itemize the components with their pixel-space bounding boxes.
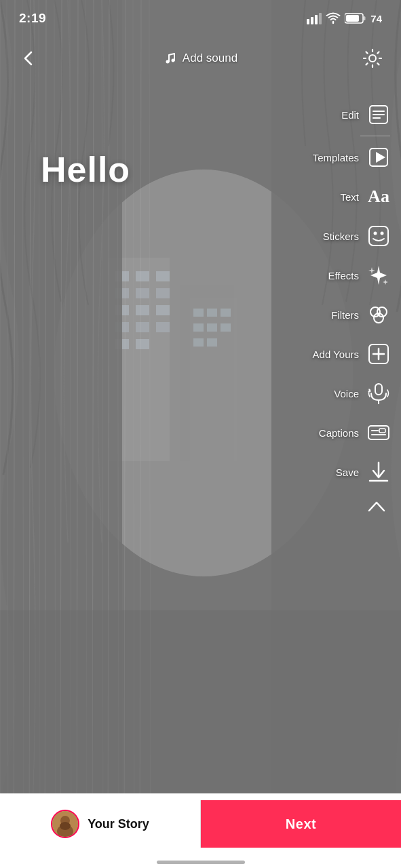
voice-label: Voice [334, 388, 359, 399]
save-download-icon [366, 459, 392, 485]
toolbar-item-text[interactable]: Text Aa [277, 177, 396, 216]
svg-point-66 [374, 232, 377, 235]
settings-gear-icon [362, 48, 383, 68]
toolbar-item-stickers[interactable]: Stickers [277, 216, 396, 256]
templates-icon [366, 144, 392, 170]
svg-point-67 [381, 232, 384, 235]
toolbar-item-save[interactable]: Save [277, 452, 396, 492]
effects-sparkle-icon [366, 262, 392, 288]
toolbar-item-templates[interactable]: Templates [277, 138, 396, 177]
stickers-icon [366, 223, 392, 249]
right-toolbar: Edit Templates Text Aa Stickers [277, 95, 396, 521]
svg-rect-55 [346, 15, 359, 22]
effects-label: Effects [328, 270, 359, 281]
add-yours-icon [366, 341, 392, 367]
home-indicator [157, 861, 245, 864]
avatar-inner [52, 811, 78, 837]
svg-rect-74 [375, 384, 382, 395]
svg-rect-50 [311, 17, 313, 24]
settings-button[interactable] [358, 43, 387, 73]
svg-point-57 [171, 59, 174, 62]
wifi-icon [326, 12, 341, 24]
filters-label: Filters [331, 309, 359, 321]
stickers-label: Stickers [323, 231, 359, 242]
svg-rect-49 [307, 19, 309, 24]
next-label: Next [286, 816, 316, 832]
music-note-icon [164, 52, 177, 65]
chevron-up-icon [366, 500, 387, 513]
toolbar-item-edit[interactable]: Edit [277, 95, 396, 134]
toolbar-item-add-yours[interactable]: Add Yours [277, 334, 396, 374]
battery-percent: 74 [370, 13, 382, 24]
toolbar-divider [360, 136, 390, 136]
templates-label: Templates [313, 152, 359, 163]
svg-rect-76 [368, 426, 389, 439]
status-bar: 2:19 74 [0, 0, 401, 37]
svg-rect-52 [319, 13, 322, 24]
next-button[interactable]: Next [201, 800, 401, 848]
battery-icon [345, 12, 366, 24]
text-icon: Aa [366, 184, 392, 210]
avatar-image [52, 811, 78, 837]
add-yours-label: Add Yours [313, 349, 359, 360]
toolbar-item-voice[interactable]: Voice [277, 374, 396, 413]
your-story-button[interactable]: Your Story [0, 800, 201, 848]
svg-rect-51 [315, 15, 318, 24]
svg-rect-54 [364, 16, 366, 20]
add-sound-button[interactable]: Add sound [164, 52, 237, 65]
edit-icon [366, 102, 392, 127]
svg-point-84 [60, 822, 71, 830]
add-sound-label: Add sound [183, 52, 237, 65]
captions-label: Captions [319, 427, 359, 439]
signal-icon [307, 12, 322, 24]
collapse-button[interactable] [362, 492, 392, 521]
toolbar-item-effects[interactable]: Effects [277, 256, 396, 295]
svg-marker-64 [376, 152, 385, 163]
status-time: 2:19 [19, 11, 46, 26]
toolbar-item-filters[interactable]: Filters [277, 295, 396, 334]
filters-icon [366, 302, 392, 328]
svg-rect-65 [369, 226, 388, 245]
svg-rect-79 [379, 429, 385, 433]
edit-label: Edit [341, 109, 359, 121]
header: Add sound [0, 37, 401, 80]
captions-icon [366, 420, 392, 446]
voice-microphone-icon [366, 380, 392, 406]
save-label: Save [336, 467, 359, 478]
your-story-label: Your Story [88, 817, 149, 831]
svg-point-56 [166, 60, 169, 64]
canvas-text-hello[interactable]: Hello [41, 149, 130, 190]
svg-point-58 [369, 55, 376, 62]
toolbar-item-captions[interactable]: Captions [277, 413, 396, 452]
text-label: Text [340, 191, 359, 203]
back-arrow-icon [19, 49, 38, 68]
bottom-bar: Your Story Next [0, 793, 401, 868]
status-icons: 74 [307, 12, 382, 24]
back-button[interactable] [14, 43, 43, 73]
avatar [51, 810, 79, 838]
